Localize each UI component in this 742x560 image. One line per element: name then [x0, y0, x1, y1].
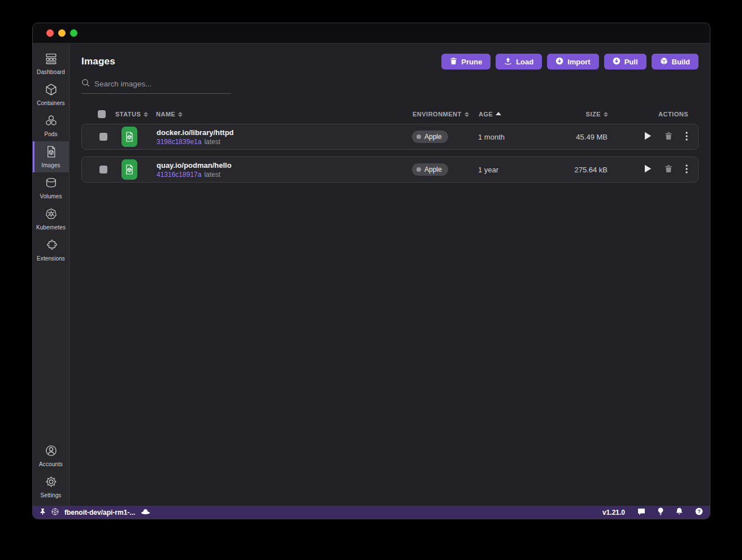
trash-icon — [450, 57, 457, 67]
svg-text:?: ? — [697, 509, 700, 514]
row-checkbox[interactable] — [99, 133, 107, 141]
trash-icon — [665, 164, 672, 175]
pin-button[interactable] — [40, 508, 46, 517]
bell-icon — [676, 507, 683, 517]
upload-icon — [504, 57, 512, 67]
sidebar-item-label: Accounts — [39, 461, 63, 467]
button-label: Build — [672, 58, 691, 66]
row-checkbox[interactable] — [99, 166, 107, 173]
feedback-button[interactable] — [637, 508, 645, 517]
dashboard-icon — [45, 52, 58, 67]
play-icon — [644, 132, 652, 142]
podman-desktop-window: Dashboard Containers Pods — [32, 23, 710, 519]
notifications-button[interactable] — [676, 507, 683, 517]
sidebar: Dashboard Containers Pods — [33, 44, 70, 506]
environment-badge: Apple — [412, 131, 448, 143]
question-circle-icon: ? — [695, 507, 703, 517]
sidebar-item-label: Images — [41, 162, 60, 168]
settings-icon — [45, 475, 58, 490]
column-header-size[interactable]: SIZE — [558, 111, 608, 118]
search-input[interactable] — [94, 80, 231, 88]
sidebar-item-label: Volumes — [40, 193, 62, 199]
lightbulb-icon — [658, 507, 663, 517]
prune-button[interactable]: Prune — [441, 54, 491, 70]
zoom-window-button[interactable] — [70, 29, 77, 37]
column-header-age[interactable]: AGE — [479, 111, 558, 118]
button-label: Load — [516, 58, 533, 66]
traffic-lights — [46, 29, 77, 37]
column-header-environment[interactable]: ENVIRONMENT — [413, 111, 479, 118]
environment-dot-icon — [416, 134, 421, 139]
sidebar-item-label: Dashboard — [37, 69, 65, 75]
sidebar-spacer — [33, 266, 69, 440]
more-options-button[interactable] — [685, 164, 688, 175]
image-status-icon — [122, 159, 137, 180]
sidebar-item-kubernetes[interactable]: Kubernetes — [33, 203, 69, 235]
button-label: Import — [567, 58, 590, 66]
sidebar-item-pods[interactable]: Pods — [33, 110, 69, 141]
column-header-status[interactable]: STATUS — [115, 111, 156, 118]
image-tag: latest — [204, 138, 220, 146]
pods-icon — [45, 114, 58, 129]
image-name: quay.io/podman/hello — [157, 161, 412, 170]
cluster-icon — [51, 508, 59, 517]
column-label: STATUS — [115, 111, 141, 118]
more-options-button[interactable] — [685, 132, 688, 142]
column-label: ACTIONS — [658, 111, 688, 118]
column-label: AGE — [479, 111, 493, 118]
image-size: 45.49 MB — [557, 133, 608, 141]
main-content: Images Prune — [70, 44, 710, 506]
help-button[interactable]: ? — [695, 507, 703, 517]
kebab-menu-icon — [685, 164, 688, 175]
cluster-context-button[interactable] — [51, 508, 59, 517]
search-bar — [81, 79, 231, 94]
table-row[interactable]: docker.io/library/httpd 3198c1839e1alate… — [81, 124, 698, 150]
pull-button[interactable]: Pull — [604, 54, 646, 70]
tips-button[interactable] — [658, 507, 663, 517]
environment-label: Apple — [424, 133, 442, 141]
run-image-button[interactable] — [644, 132, 652, 142]
extensions-icon — [45, 238, 58, 254]
import-button[interactable]: Import — [547, 54, 598, 70]
search-icon — [81, 79, 90, 89]
delete-image-button[interactable] — [665, 132, 672, 142]
table-row[interactable]: quay.io/podman/hello 41316c18917alatest … — [81, 157, 698, 183]
column-header-actions: ACTIONS — [608, 111, 688, 118]
import-circle-icon — [556, 57, 563, 67]
status-bar: fbenoit-dev/api-rm1-... v1.21.0 — [33, 506, 710, 519]
environment-label: Apple — [424, 166, 442, 173]
volumes-icon — [45, 176, 58, 192]
sort-ascending-icon — [496, 112, 501, 115]
column-label: NAME — [156, 111, 175, 118]
minimize-window-button[interactable] — [58, 29, 66, 37]
column-header-name[interactable]: NAME — [156, 111, 413, 118]
image-size: 275.64 kB — [557, 166, 608, 174]
sidebar-item-settings[interactable]: Settings — [33, 471, 69, 502]
hat-icon — [141, 508, 150, 516]
run-image-button[interactable] — [644, 164, 652, 175]
podman-machine-button[interactable] — [141, 508, 150, 516]
sort-icon — [465, 112, 469, 117]
sidebar-item-label: Settings — [41, 492, 62, 498]
sidebar-item-accounts[interactable]: Accounts — [33, 440, 69, 471]
machine-name[interactable]: fbenoit-dev/api-rm1-... — [64, 509, 135, 516]
page-title: Images — [81, 56, 115, 67]
load-button[interactable]: Load — [496, 54, 542, 70]
sidebar-item-images[interactable]: Images — [33, 141, 69, 172]
chat-bubble-icon — [637, 508, 645, 517]
close-window-button[interactable] — [46, 29, 54, 37]
sidebar-item-dashboard[interactable]: Dashboard — [33, 48, 69, 79]
sort-icon — [178, 112, 183, 117]
sidebar-item-extensions[interactable]: Extensions — [33, 235, 69, 266]
select-all-checkbox[interactable] — [98, 110, 106, 118]
sidebar-item-label: Pods — [44, 131, 57, 137]
image-tag: latest — [204, 171, 220, 179]
images-icon — [45, 145, 58, 160]
environment-badge: Apple — [412, 163, 448, 176]
sidebar-item-volumes[interactable]: Volumes — [33, 172, 69, 203]
sidebar-item-containers[interactable]: Containers — [33, 79, 69, 110]
build-button[interactable]: Build — [652, 54, 699, 70]
image-digest: 3198c1839e1a — [157, 138, 201, 146]
cube-icon — [660, 57, 668, 67]
delete-image-button[interactable] — [665, 164, 672, 175]
